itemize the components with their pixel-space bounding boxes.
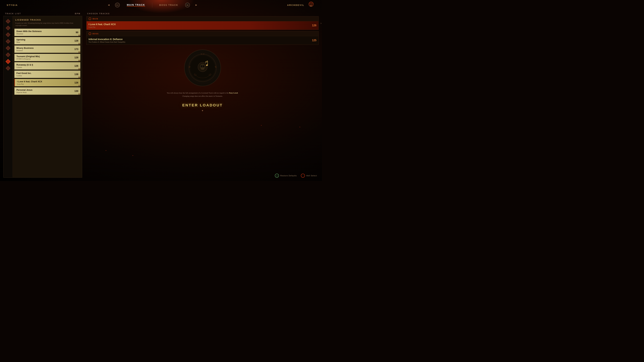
circle-icon: ○: [301, 174, 305, 178]
diamond-btn-8[interactable]: [5, 65, 11, 71]
track-artist-7: Icona Pop: [17, 83, 72, 85]
track-artist-3: Paramore: [16, 50, 72, 51]
track-artist-4: DVBBS & Borgeous: [16, 58, 72, 60]
track-bpm-6: 138: [72, 73, 78, 76]
track-info-8: Personal Jesus Depeche Mode: [16, 89, 72, 93]
chosen-main-type: MAIN: [92, 18, 98, 20]
nav-left-arrow[interactable]: ◄: [107, 3, 110, 6]
track-item-5[interactable]: Runaway (U & I) Galantis 126: [14, 62, 80, 69]
track-name-8: Personal Jesus: [16, 89, 72, 91]
svg-rect-6: [311, 5, 312, 6]
track-list-scroll[interactable]: LICENSED TRACKS In-game use only. Stream…: [13, 16, 82, 177]
svg-rect-34: [202, 68, 203, 69]
boss-track-icon: ♪: [88, 32, 91, 35]
diamond-sidebar: [4, 16, 13, 177]
track-info-1: Down With the Sickness Disturbed: [16, 30, 72, 35]
chosen-main-name: I Love It feat. Charli XCX: [88, 23, 116, 26]
track-bpm-7: 126: [72, 81, 78, 84]
music-emblem: [86, 46, 319, 90]
chosen-main-info: I Love It feat. Charli XCX Icona Pop: [88, 23, 116, 28]
track-bpm-1: 90: [72, 31, 78, 34]
track-name-7: I Love It feat. Charli XCX: [17, 80, 72, 83]
chosen-boss-name: Infernal Invocation II: Defiance: [88, 38, 126, 40]
track-info-7: I Love It feat. Charli XCX Icona Pop: [17, 80, 72, 85]
boss-track-label: BOSS TRACK: [159, 4, 178, 6]
info-line1: You will always hear the full arrangemen…: [167, 92, 229, 94]
enter-loadout-button[interactable]: ENTER LOADOUT: [179, 102, 226, 109]
svg-text:♪: ♪: [90, 18, 90, 20]
svg-rect-4: [310, 5, 310, 6]
chosen-boss-type: BOSS: [92, 33, 98, 35]
track-scroll-7: [78, 85, 80, 86]
track-item-1[interactable]: Down With the Sickness Disturbed 90: [14, 29, 80, 36]
bpm-header-label: BPM: [75, 12, 80, 14]
track-artist-6: Gorillaz: [16, 75, 72, 77]
licensed-desc: In-game use only. Streaming/sharing the …: [15, 22, 80, 27]
main-track-chevron: ›: [320, 21, 322, 25]
svg-point-2: [310, 4, 311, 5]
track-bpm-4: 128: [72, 56, 78, 59]
chosen-main-track: ♪ MAIN I Love It feat. Charli XCX Icona …: [86, 16, 319, 30]
nav-right: ARCHDEVIL: [287, 1, 315, 9]
track-info-3: Misery Business Paramore: [16, 47, 72, 51]
track-item-2[interactable]: Uprising Muse 128: [14, 37, 80, 44]
track-artist-2: Muse: [16, 41, 72, 43]
diamond-btn-4[interactable]: [5, 39, 11, 44]
main-track-icon: ♪: [88, 17, 91, 20]
track-list-header: TRACK LIST BPM: [3, 12, 82, 14]
track-item-6[interactable]: Feel Good Inc. Gorillaz 138: [14, 70, 80, 78]
restore-label: Restore Defaults: [280, 175, 297, 177]
diamond-btn-5[interactable]: [5, 45, 11, 51]
l1-button[interactable]: L1: [115, 3, 120, 7]
hell-select-button[interactable]: ○ Hell Select: [301, 174, 317, 178]
track-item-4[interactable]: Tsunami (Original Mix) DVBBS & Borgeous …: [14, 54, 80, 61]
track-bpm-5: 126: [72, 64, 78, 67]
track-scroll-1: [78, 35, 80, 36]
track-info-2: Uprising Muse: [16, 38, 72, 43]
svg-point-3: [312, 4, 312, 5]
track-info-4: Tsunami (Original Mix) DVBBS & Borgeous: [16, 55, 72, 60]
track-scroll-5: [78, 68, 80, 69]
enter-loadout-section: ENTER LOADOUT ▼: [86, 102, 319, 112]
svg-rect-5: [311, 5, 311, 6]
triangle-icon: △: [275, 174, 279, 178]
diamond-btn-1[interactable]: [5, 18, 11, 24]
chosen-boss-track: ♪ BOSS Infernal Invocation II: Defiance …: [86, 31, 319, 45]
track-artist-5: Galantis: [16, 66, 72, 68]
track-scroll-2: [78, 43, 80, 44]
chosen-main-label: ♪ MAIN: [86, 16, 318, 21]
fury-level-highlight: Fury Level: [229, 92, 238, 94]
track-name-3: Misery Business: [16, 47, 72, 49]
diamond-btn-6[interactable]: [5, 52, 11, 57]
left-panel: TRACK LIST BPM: [3, 12, 82, 178]
main-content: TRACK LIST BPM: [0, 11, 322, 181]
track-item-8[interactable]: Personal Jesus Depeche Mode 130: [14, 87, 80, 95]
svg-rect-33: [202, 68, 202, 69]
diamond-btn-3[interactable]: [5, 32, 11, 37]
archdevil-label: ARCHDEVIL: [287, 4, 304, 6]
diamond-btn-7[interactable]: [5, 59, 11, 64]
tab-boss-track[interactable]: BOSS TRACK: [157, 3, 180, 7]
svg-rect-35: [203, 68, 204, 69]
track-item-7[interactable]: I Love It feat. Charli XCX Icona Pop 126: [14, 79, 80, 86]
hell-select-label: Hell Select: [306, 175, 317, 177]
track-list-container: LICENSED TRACKS In-game use only. Stream…: [3, 16, 82, 178]
archdevil-icon: [307, 1, 315, 9]
licensed-title: LICENSED TRACKS: [15, 18, 80, 21]
nav-right-arrow[interactable]: ►: [195, 3, 198, 6]
emblem-circle: [184, 49, 221, 86]
chosen-boss-content: Infernal Invocation II: Defiance Two Fea…: [86, 36, 318, 44]
nav-divider: [152, 2, 152, 7]
info-text: You will always hear the full arrangemen…: [161, 90, 244, 99]
nav-left: STYGIA: [7, 4, 18, 6]
diamond-btn-2[interactable]: [5, 25, 11, 31]
track-artist-1: Disturbed: [16, 33, 72, 35]
r1-button[interactable]: R1: [185, 3, 190, 7]
track-scroll-4: [78, 60, 80, 61]
restore-defaults-button[interactable]: △ Restore Defaults: [275, 174, 297, 178]
tab-main-track[interactable]: MAIN TRACK: [125, 3, 147, 7]
track-item-3[interactable]: Misery Business Paramore 173: [14, 45, 80, 53]
loadout-arrow: ▼: [202, 109, 204, 112]
track-bpm-3: 173: [72, 48, 78, 50]
track-info-5: Runaway (U & I) Galantis: [16, 63, 72, 68]
